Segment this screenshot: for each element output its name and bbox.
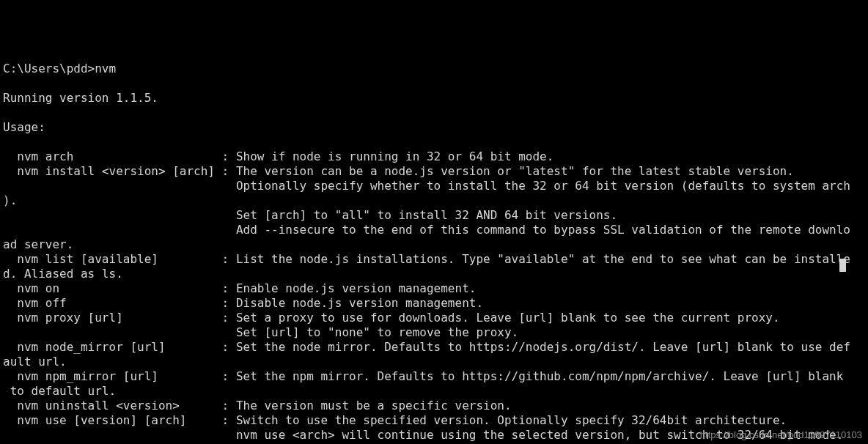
help-line: Set [arch] to "all" to install 32 AND 64… [3,208,617,222]
help-line: ). [3,193,17,207]
usage-label: Usage: [3,120,45,134]
help-line: nvm npm_mirror [url] : Set the npm mirro… [3,369,843,383]
help-line: ault url. [3,355,67,369]
help-line: nvm use [version] [arch] : Switch to use… [3,413,787,427]
help-line: nvm uninstall <version> : The version mu… [3,399,512,412]
command-text: nvm [95,62,116,75]
help-line: Set [url] to "none" to remove the proxy. [3,325,518,339]
help-line: d. Aliased as ls. [3,267,123,281]
help-line: nvm install <version> [arch] : The versi… [3,164,794,178]
help-line: Optionally specify whether to install th… [3,179,850,193]
help-line: Add --insecure to the end of this comman… [3,223,850,237]
help-line: nvm arch : Show if node is running in 32… [3,149,553,163]
help-line: nvm node_mirror [url] : Set the node mir… [3,340,850,354]
terminal-cursor [839,259,846,272]
help-line: nvm proxy [url] : Set a proxy to use for… [3,311,780,325]
help-line: nvm on : Enable node.js version manageme… [3,281,476,295]
watermark-text: https://blog.csdn.net/pdd11997110103 [700,429,862,441]
help-line: ad server. [3,237,73,251]
prompt-text: C:\Users\pdd> [3,62,95,75]
help-line: to default url. [3,384,116,398]
version-line: Running version 1.1.5. [3,91,158,105]
terminal-output[interactable]: C:\Users\pdd>nvm Running version 1.1.5. … [0,59,868,444]
help-line: nvm list [available] : List the node.js … [3,252,850,266]
help-line: nvm off : Disable node.js version manage… [3,296,483,310]
